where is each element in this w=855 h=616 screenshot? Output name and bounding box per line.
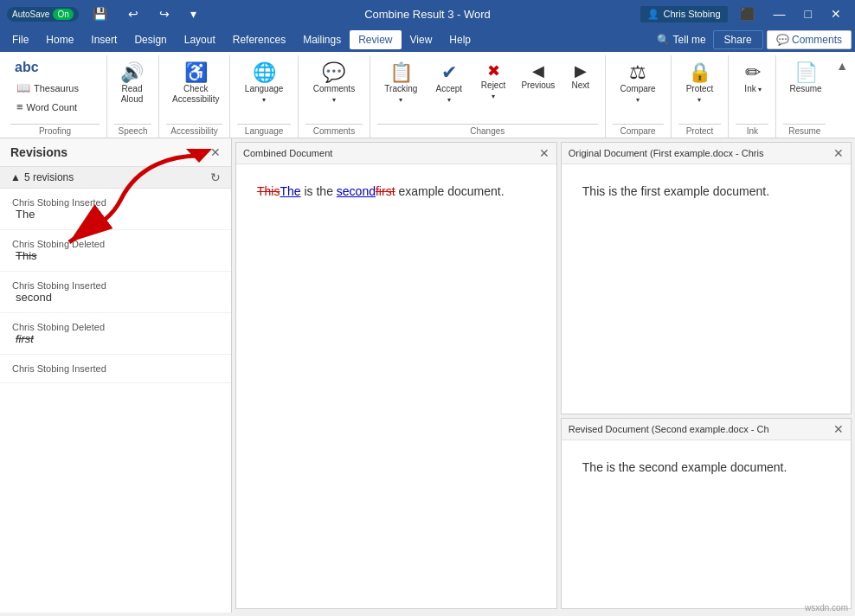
share-button[interactable]: Share [713, 30, 763, 49]
menu-home[interactable]: Home [37, 30, 82, 49]
compare-label: Compare ▾ [619, 84, 658, 105]
menu-bar: File Home Insert Design Layout Reference… [0, 28, 855, 52]
menu-review[interactable]: Review [350, 30, 401, 49]
language-button[interactable]: 🌐 Language ▾ [237, 57, 291, 109]
accept-button[interactable]: ✔ Accept ▾ [428, 57, 470, 109]
speech-label: Speech [114, 124, 151, 138]
read-aloud-button[interactable]: 🔊 ReadAloud [114, 57, 150, 109]
comments-ribbon-button[interactable]: 💬 Comments [767, 30, 852, 49]
revisions-expand-button[interactable]: ▼ [193, 145, 205, 159]
inserted-second: second [337, 184, 376, 198]
thesaurus-icon: 📖 [16, 81, 30, 94]
menu-layout[interactable]: Layout [176, 30, 224, 49]
thesaurus-button[interactable]: 📖 Thesaurus [10, 79, 85, 97]
close-button[interactable]: ✕ [824, 5, 848, 22]
redo-button[interactable]: ↪ [152, 5, 177, 22]
menu-help[interactable]: Help [440, 30, 479, 49]
comments-group-label: Comments [305, 124, 363, 138]
undo-button[interactable]: ↩ [121, 5, 145, 22]
inserted-the: The [280, 184, 300, 198]
resume-icon: 📄 [794, 61, 818, 84]
menu-design[interactable]: Design [125, 30, 175, 49]
comments-button[interactable]: 💬 Comments ▾ [305, 57, 363, 109]
ribbon-group-proofing: abc 📖 Thesaurus ≡ Word Count Proofing [3, 55, 107, 138]
accessibility-label-group: Accessibility [166, 124, 222, 138]
menu-insert[interactable]: Insert [82, 30, 125, 49]
maximize-button[interactable]: □ [798, 5, 819, 22]
ribbon-toggle-button[interactable]: ⬛ [733, 5, 762, 22]
word-count-button[interactable]: ≡ Word Count [10, 98, 85, 116]
revision-item: Chris Stobing Deleted This [0, 230, 231, 272]
language-icon: 🌐 [253, 61, 276, 84]
save-button[interactable]: 💾 [86, 5, 114, 22]
revision-author-5: Chris Stobing Inserted [12, 363, 219, 374]
main-area: Revisions ▼ ✕ ▲ 5 revisions ↻ Chris Stob… [0, 138, 855, 613]
user-info[interactable]: 👤 Chris Stobing [640, 6, 727, 22]
check-accessibility-button[interactable]: ♿ CheckAccessibility [166, 57, 225, 109]
menu-view[interactable]: View [402, 30, 441, 49]
ink-button[interactable]: ✏ Ink ▾ [736, 57, 770, 99]
prev-label: Previous [521, 80, 555, 91]
revision-action-3: second [12, 291, 219, 304]
watermark: wsxdn.com [805, 603, 848, 613]
minimize-button[interactable]: — [767, 5, 793, 22]
customize-button[interactable]: ▾ [183, 5, 203, 22]
combined-doc-close-button[interactable]: ✕ [539, 146, 550, 160]
revisions-header-actions: ▼ ✕ [193, 145, 221, 159]
revised-doc-text: The is the second example document. [582, 460, 788, 474]
resume-button[interactable]: 📄 Resume [783, 57, 827, 99]
revision-item: Chris Stobing Inserted [0, 355, 231, 383]
ribbon-collapse-button[interactable]: ▲ [836, 59, 848, 73]
revisions-title: Revisions [10, 145, 68, 159]
ribbon-group-language: 🌐 Language ▾ Language [230, 55, 299, 138]
tracking-icon: 📋 [389, 61, 413, 84]
revision-item: Chris Stobing Inserted The [0, 189, 231, 230]
combined-doc-content: ThisThe is the secondfirst example docum… [236, 164, 556, 608]
revised-doc-close-button[interactable]: ✕ [833, 422, 844, 436]
tracking-button[interactable]: 📋 Tracking ▾ [377, 57, 425, 109]
read-aloud-label: ReadAloud [121, 84, 144, 105]
autosave-toggle[interactable]: AutoSave On [7, 7, 79, 22]
reject-button[interactable]: ✖ Reject ▾ [473, 57, 513, 106]
accept-icon: ✔ [441, 61, 457, 84]
proofing-label: Proofing [10, 124, 100, 138]
ribbon-group-changes: 📋 Tracking ▾ ✔ Accept ▾ ✖ Reject ▾ ◀ Pre… [370, 55, 606, 138]
tracking-label: Tracking ▾ [383, 84, 419, 105]
prev-icon: ◀ [532, 61, 544, 80]
compare-group-label: Compare [613, 124, 664, 138]
protect-button[interactable]: 🔒 Protect ▾ [678, 57, 722, 109]
autosave-status: On [53, 9, 73, 20]
ribbon-group-ink: ✏ Ink ▾ Ink [729, 55, 776, 138]
wordcount-icon: ≡ [16, 100, 23, 113]
menu-file[interactable]: File [3, 30, 37, 49]
ribbon-group-speech: 🔊 ReadAloud Speech [107, 55, 159, 138]
reject-icon: ✖ [487, 61, 500, 80]
wordcount-label: Word Count [27, 102, 78, 112]
revision-author-1: Chris Stobing Inserted [12, 197, 219, 208]
next-icon: ▶ [575, 61, 587, 80]
next-label: Next [571, 80, 589, 91]
revisions-sub-header: ▲ 5 revisions ↻ [0, 167, 231, 189]
original-document-panel: Original Document (First example.docx - … [561, 142, 852, 414]
ink-group-label: Ink [736, 124, 768, 138]
changes-group-label: Changes [377, 124, 598, 138]
resume-label: Resume [789, 84, 821, 94]
spelling-icon: abc [15, 60, 39, 75]
menu-mailings[interactable]: Mailings [294, 30, 350, 49]
refresh-button[interactable]: ↻ [210, 170, 221, 184]
compare-button[interactable]: ⚖ Compare ▾ [613, 57, 664, 109]
combined-doc-header: Combined Document ✕ [236, 143, 556, 164]
prev-change-button[interactable]: ◀ Previous [517, 57, 560, 95]
revisions-close-button[interactable]: ✕ [210, 145, 221, 159]
menu-references[interactable]: References [224, 30, 294, 49]
next-change-button[interactable]: ▶ Next [563, 57, 598, 95]
revision-author-4: Chris Stobing Deleted [12, 322, 219, 332]
spelling-grammar-button[interactable]: abc [10, 57, 85, 78]
revised-doc-title: Revised Document (Second example.docx - … [569, 424, 769, 434]
original-doc-close-button[interactable]: ✕ [833, 146, 844, 160]
tell-me-label[interactable]: Tell me [673, 34, 706, 46]
resume-group-label: Resume [783, 124, 826, 138]
user-icon: 👤 [647, 9, 659, 20]
revision-author-2: Chris Stobing Deleted [12, 239, 219, 249]
revisions-count: ▲ 5 revisions [10, 171, 74, 183]
